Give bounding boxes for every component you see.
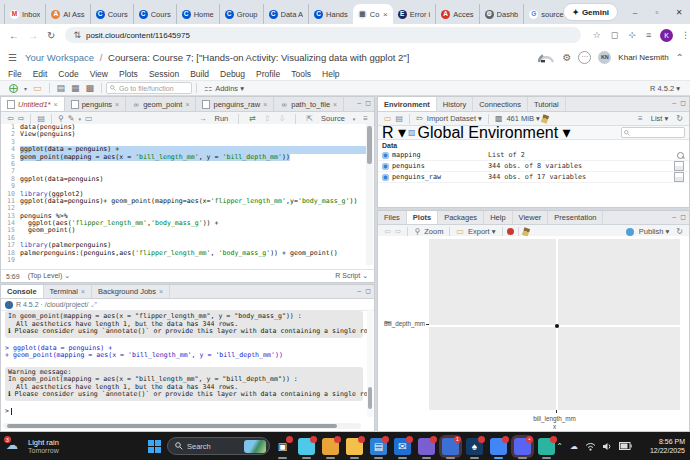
reload-icon[interactable]: ↻	[47, 30, 55, 41]
omnibox[interactable]: ⇅ posit.cloud/content/11645975	[65, 27, 580, 43]
environment-search-input[interactable]	[621, 127, 685, 138]
file-type-selector[interactable]: R Script ⌄	[335, 272, 368, 280]
environment-object-row[interactable]: penguins 344 obs. of 8 variables	[378, 161, 689, 172]
extensions-icon[interactable]: ◻	[611, 30, 618, 40]
window-control-button[interactable]: ▫	[646, 0, 668, 24]
browser-menu-kebab-icon[interactable]: ⋮	[681, 30, 690, 40]
plots-pane-tab[interactable]: Plots	[407, 211, 438, 224]
browser-tab[interactable]: ▦ Co ×	[353, 4, 393, 24]
source-tab[interactable]: path_to_file ×	[274, 97, 344, 111]
menu-item[interactable]: Help	[322, 69, 339, 79]
code-editor[interactable]: 1 data(penguins) 2 View(penguins) 3 4 gg…	[1, 124, 367, 265]
battery-icon[interactable]	[619, 442, 632, 450]
compile-report-icon[interactable]: ▭	[85, 114, 93, 123]
wifi-icon[interactable]	[585, 442, 596, 451]
more-options-icon[interactable]: ⋯	[578, 51, 591, 64]
menu-item[interactable]: Tools	[291, 69, 311, 79]
console-horizontal-scrollbar[interactable]	[3, 423, 361, 429]
browser-tab[interactable]: A AI Ass	[45, 4, 89, 24]
environment-tab[interactable]: Environment	[378, 97, 437, 111]
console-tab[interactable]: Terminal ×	[44, 285, 92, 298]
weather-widget[interactable]: ☁3 Light rain Tomorrow	[6, 438, 59, 454]
user-avatar[interactable]: KN	[598, 51, 611, 64]
export-dropdown[interactable]: Export ▾	[468, 227, 496, 236]
browser-profile-avatar[interactable]: K	[660, 29, 673, 42]
browser-tab[interactable]: M Inbox	[4, 4, 45, 24]
console-tab[interactable]: Background Jobs ×	[92, 285, 170, 298]
taskbar-app-icon[interactable]	[490, 438, 507, 455]
scope-selector[interactable]: (Top Level) ⌄	[28, 272, 70, 280]
tab-close-icon[interactable]: ×	[159, 288, 163, 295]
volume-icon[interactable]	[603, 442, 612, 451]
gemini-button[interactable]: ✦ Gemini	[563, 3, 618, 21]
list-view-dropdown[interactable]: List ▾	[651, 114, 669, 123]
menu-item[interactable]: Edit	[33, 69, 48, 79]
menu-item[interactable]: View	[90, 69, 108, 79]
run-below-icon[interactable]: ⇩	[279, 114, 286, 123]
chevron-up-icon[interactable]: ⌃	[676, 52, 684, 63]
menu-item[interactable]: File	[8, 69, 22, 79]
run-above-icon[interactable]: ⇧	[264, 114, 271, 123]
browser-tab[interactable]: C Hands	[308, 4, 353, 24]
publish-dropdown[interactable]: Publish ▾	[639, 227, 669, 236]
tab-close-icon[interactable]: ×	[333, 101, 337, 108]
environment-tab[interactable]: Connections	[473, 97, 528, 111]
environment-tab[interactable]: Tutorial	[528, 97, 566, 111]
taskbar-clock[interactable]: 8:56 PM 12/22/2025	[650, 437, 685, 455]
rerun-icon[interactable]: ⇄	[249, 114, 256, 123]
environment-tab[interactable]: History	[437, 97, 473, 111]
save-all-icon[interactable]: ▦	[71, 83, 80, 93]
clear-plots-broom-icon[interactable]	[521, 227, 529, 237]
taskbar-app-icon[interactable]: ▤	[370, 438, 387, 455]
source-icon[interactable]: ⇱	[306, 114, 313, 123]
object-action-icon[interactable]	[674, 172, 684, 182]
menu-item[interactable]: Code	[58, 69, 78, 79]
object-action-icon[interactable]	[674, 161, 684, 171]
translate-icon[interactable]: ≡	[646, 30, 651, 40]
browser-tab[interactable]: C Cours	[90, 4, 133, 24]
console-prompt[interactable]: >	[5, 408, 363, 416]
forward-icon[interactable]: ⇨	[18, 114, 25, 123]
menu-item[interactable]: Profile	[256, 69, 280, 79]
tab-close-icon[interactable]: ×	[263, 101, 267, 108]
environment-object-row[interactable]: mapping List of 2	[378, 150, 689, 161]
browser-tab[interactable]: E Error i	[393, 4, 435, 24]
browser-tab[interactable]: C Data A	[263, 4, 309, 24]
taskbar-app-icon[interactable]	[322, 438, 339, 455]
code-tools-dropdown-icon[interactable]: ▾	[79, 116, 82, 122]
run-icon[interactable]: →	[198, 114, 206, 123]
tab-close-icon[interactable]: ×	[383, 10, 388, 19]
pane-window-buttons[interactable]: –◻	[672, 213, 686, 221]
previous-plot-icon[interactable]: ⇦	[384, 227, 391, 236]
browser-tab[interactable]: C Home	[176, 4, 219, 24]
console-vertical-scrollbar[interactable]	[367, 309, 373, 417]
open-icon[interactable]: ▭	[384, 114, 392, 123]
new-file-dropdown-icon[interactable]: ▾	[24, 85, 27, 92]
back-icon[interactable]: ⇦	[7, 114, 14, 123]
environment-object-row[interactable]: penguins_raw 344 obs. of 17 variables	[378, 172, 689, 183]
save-icon[interactable]: ▤	[57, 83, 66, 93]
tab-close-icon[interactable]: ×	[115, 101, 119, 108]
console-tab[interactable]: Console	[1, 285, 44, 298]
save-icon[interactable]: ▤	[37, 114, 45, 123]
taskbar-app-icon[interactable]	[538, 438, 555, 455]
plots-pane-tab[interactable]: Files	[378, 211, 407, 224]
hamburger-icon[interactable]: ☰	[8, 52, 17, 63]
tab-close-icon[interactable]: ×	[185, 101, 189, 108]
source-tab[interactable]: penguins_raw ×	[196, 97, 274, 111]
remove-plot-icon[interactable]	[507, 228, 514, 235]
tab-close-icon[interactable]: ×	[81, 288, 85, 295]
taskbar-app-icon[interactable]: ✉	[394, 438, 411, 455]
refresh-icon[interactable]: ↻	[676, 114, 683, 123]
back-icon[interactable]: ←	[9, 30, 19, 41]
sidebar-icon[interactable]: ⊹	[628, 30, 636, 40]
r-version-dropdown[interactable]: R 4.5.2 ▾	[650, 84, 680, 93]
addins-dropdown[interactable]: Addins ▾	[215, 84, 244, 93]
plots-pane-tab[interactable]: Presentation	[548, 211, 603, 224]
window-control-button[interactable]: ✕	[668, 0, 690, 24]
menu-item[interactable]: Debug	[220, 69, 245, 79]
environment-selector[interactable]: Global Environment ▾	[418, 123, 571, 142]
new-file-icon[interactable]: ⨁	[9, 83, 18, 93]
menu-item[interactable]: Build	[190, 69, 209, 79]
object-action-icon[interactable]	[677, 152, 684, 159]
